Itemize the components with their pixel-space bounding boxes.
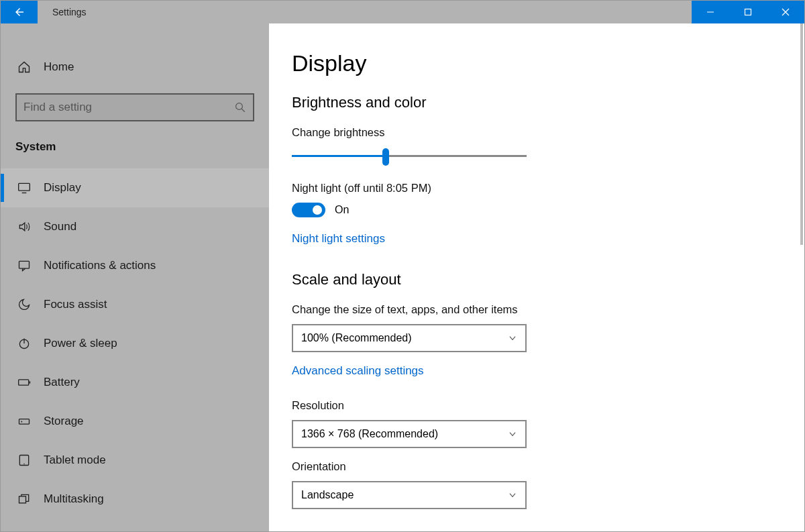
- orientation-label: Orientation: [292, 460, 771, 473]
- svg-rect-0: [707, 12, 714, 13]
- svg-point-2: [236, 103, 243, 110]
- sidebar-item-tablet-mode[interactable]: Tablet mode: [1, 441, 269, 480]
- titlebar: Settings: [1, 1, 804, 23]
- svg-point-14: [23, 464, 25, 465]
- svg-rect-10: [30, 381, 31, 383]
- main-content: Display Brightness and color Change brig…: [269, 23, 804, 531]
- section-brightness-title: Brightness and color: [292, 94, 771, 111]
- storage-icon: [17, 414, 32, 429]
- section-scale-title: Scale and layout: [292, 271, 771, 288]
- scrollbar[interactable]: [800, 23, 803, 245]
- text-size-label: Change the size of text, apps, and other…: [292, 303, 771, 316]
- sidebar-item-label: Tablet mode: [44, 454, 106, 467]
- home-icon: [17, 60, 32, 74]
- minimize-button[interactable]: [692, 1, 729, 23]
- window-controls: [692, 1, 804, 23]
- svg-rect-11: [19, 419, 30, 425]
- app-title: Settings: [38, 1, 87, 23]
- close-button[interactable]: [767, 1, 804, 23]
- close-icon: [782, 8, 790, 16]
- battery-icon: [17, 375, 32, 390]
- resolution-value: 1366 × 768 (Recommended): [301, 428, 438, 440]
- brightness-slider[interactable]: [292, 147, 527, 166]
- page-title: Display: [292, 50, 771, 76]
- night-light-settings-link[interactable]: Night light settings: [292, 232, 385, 246]
- sidebar-item-label: Power & sleep: [44, 337, 117, 350]
- titlebar-spacer: [87, 1, 692, 23]
- home-nav[interactable]: Home: [1, 48, 269, 87]
- slider-fill: [292, 155, 386, 157]
- svg-rect-6: [19, 261, 30, 268]
- sidebar-item-battery[interactable]: Battery: [1, 363, 269, 402]
- tablet-icon: [17, 453, 32, 468]
- night-light-toggle-row: On: [292, 203, 771, 217]
- orientation-dropdown[interactable]: Landscape: [292, 481, 527, 509]
- svg-rect-4: [19, 183, 30, 191]
- sidebar-item-label: Storage: [44, 415, 84, 428]
- sidebar-item-multitasking[interactable]: Multitasking: [1, 480, 269, 519]
- sidebar-item-label: Sound: [44, 220, 76, 233]
- search-box[interactable]: [15, 93, 254, 121]
- sidebar-item-label: Multitasking: [44, 492, 104, 506]
- display-icon: [17, 180, 32, 195]
- sidebar: Home System Display Sound: [1, 23, 269, 531]
- orientation-value: Landscape: [301, 489, 354, 501]
- category-label: System: [1, 134, 269, 159]
- sidebar-item-label: Display: [44, 181, 81, 195]
- body-area: Home System Display Sound: [1, 23, 804, 531]
- resolution-label: Resolution: [292, 399, 771, 412]
- back-arrow-icon: [13, 6, 25, 18]
- search-input[interactable]: [23, 101, 234, 114]
- maximize-icon: [744, 8, 752, 16]
- sidebar-item-focus-assist[interactable]: Focus assist: [1, 285, 269, 324]
- slider-thumb[interactable]: [382, 148, 389, 166]
- minimize-icon: [706, 8, 714, 16]
- home-label: Home: [44, 60, 74, 74]
- change-brightness-label: Change brightness: [292, 126, 771, 139]
- back-button[interactable]: [1, 1, 38, 23]
- sound-icon: [17, 219, 32, 234]
- sidebar-item-label: Focus assist: [44, 298, 107, 311]
- sidebar-item-storage[interactable]: Storage: [1, 402, 269, 441]
- nav-list: Display Sound Notifications & actions Fo…: [1, 168, 269, 519]
- toggle-knob: [313, 205, 322, 215]
- search-container: [15, 93, 254, 121]
- sidebar-item-display[interactable]: Display: [1, 168, 269, 207]
- focus-assist-icon: [17, 297, 32, 312]
- settings-window: Settings Home: [0, 0, 805, 532]
- text-size-value: 100% (Recommended): [301, 332, 412, 344]
- text-size-dropdown[interactable]: 100% (Recommended): [292, 324, 527, 352]
- sidebar-item-notifications[interactable]: Notifications & actions: [1, 246, 269, 285]
- sidebar-item-label: Battery: [44, 376, 80, 389]
- night-light-toggle[interactable]: [292, 203, 325, 217]
- chevron-down-icon: [508, 333, 517, 343]
- resolution-dropdown[interactable]: 1366 × 768 (Recommended): [292, 420, 527, 448]
- svg-line-3: [241, 109, 245, 112]
- notifications-icon: [17, 258, 32, 273]
- sidebar-item-power-sleep[interactable]: Power & sleep: [1, 324, 269, 363]
- night-light-label: Night light (off until 8:05 PM): [292, 182, 771, 195]
- search-icon: [234, 101, 246, 113]
- svg-rect-1: [745, 9, 751, 15]
- night-light-state: On: [335, 204, 349, 216]
- multitasking-icon: [17, 492, 32, 507]
- svg-rect-9: [19, 380, 29, 385]
- svg-point-12: [21, 421, 22, 422]
- svg-rect-15: [19, 496, 26, 503]
- maximize-button[interactable]: [729, 1, 767, 23]
- chevron-down-icon: [508, 490, 517, 500]
- chevron-down-icon: [508, 429, 517, 439]
- sidebar-item-sound[interactable]: Sound: [1, 207, 269, 246]
- power-icon: [17, 336, 32, 351]
- sidebar-item-label: Notifications & actions: [44, 259, 156, 272]
- advanced-scaling-link[interactable]: Advanced scaling settings: [292, 364, 424, 378]
